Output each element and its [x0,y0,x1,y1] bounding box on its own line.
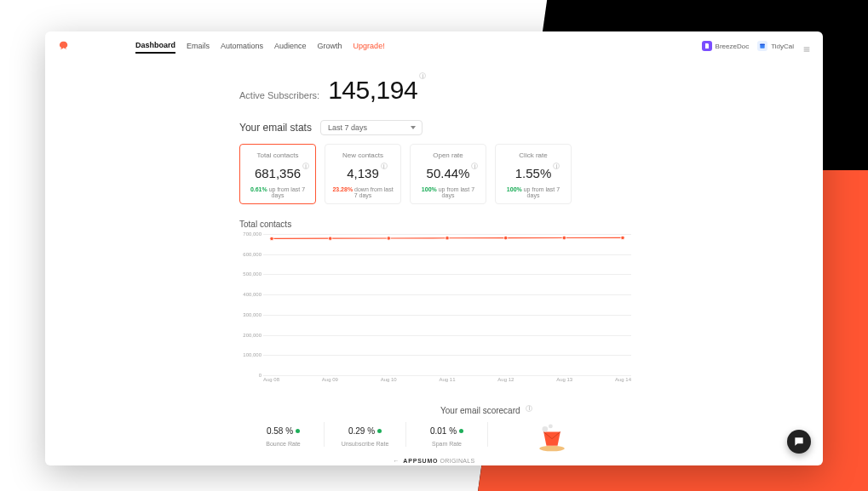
stat-value-text: 50.44% [427,166,470,180]
score-spam-rate: 0.01 % Spam Rate [406,422,488,447]
y-tick: 300,000 [243,312,262,317]
y-tick: 0 [259,373,262,378]
stat-label: Click rate [501,151,566,159]
tidycal-icon [757,41,767,51]
y-tick: 100,000 [243,352,262,357]
info-icon[interactable]: i [553,163,560,169]
svg-point-3 [328,237,331,240]
score-value-text: 0.58 % [267,426,293,436]
chart-line [263,234,631,375]
score-label: Bounce Rate [248,441,319,447]
scorecard-illustration-icon [531,422,573,453]
nav-dashboard[interactable]: Dashboard [135,38,175,54]
stat-delta-suffix: up from last 7 days [439,186,474,198]
topbar-right: BreezeDoc TidyCal [702,41,811,51]
scorecard-title-text: Your email scorecard [440,406,520,415]
active-subscribers-number: 145,194 [328,76,417,104]
main-nav: Dashboard Emails Automations Audience Gr… [135,38,385,54]
svg-point-8 [621,236,624,239]
status-dot-icon [459,429,463,433]
x-tick: Aug 11 [439,377,455,387]
y-tick: 500,000 [243,271,262,277]
nav-upgrade[interactable]: Upgrade! [354,39,385,53]
score-label: Unsubscribe Rate [330,441,400,447]
footer-arrow-icon: ← [394,458,400,464]
app-logo-icon [57,40,69,52]
x-tick: Aug 14 [615,377,631,387]
svg-point-10 [543,426,549,432]
svg-point-2 [270,237,273,240]
stat-delta: 100% up from last 7 days [416,186,480,198]
app-link-tidycal[interactable]: TidyCal [757,41,794,51]
info-icon[interactable]: i [302,163,309,169]
status-dot-icon [296,429,300,433]
svg-point-6 [503,236,507,239]
stat-label: New contacts [331,151,395,159]
stat-card-total-contacts[interactable]: Total contacts 681,356 i 0.61% up from l… [239,144,316,204]
chart-title: Total contacts [239,220,823,229]
info-icon[interactable]: i [471,163,478,169]
score-value-text: 0.29 % [348,426,375,436]
breezedoc-label: BreezeDoc [716,43,750,50]
nav-automations[interactable]: Automations [221,39,263,53]
scorecard-row: 0.58 % Bounce Rate 0.29 % Unsubscribe Ra… [243,422,823,453]
footer-brand: APPSUMO [403,458,438,464]
stat-delta-suffix: up from last 7 days [269,186,305,198]
y-tick: 400,000 [243,292,262,297]
date-range-select[interactable]: Last 7 days [320,120,423,135]
stat-card-new-contacts[interactable]: New contacts 4,139 i 23.28% down from la… [325,144,401,204]
menu-icon[interactable] [802,42,811,50]
stat-delta: 0.61% up from last 7 days [245,186,310,198]
stat-value-text: 1.55% [515,166,552,180]
stat-card-open-rate[interactable]: Open rate 50.44% i 100% up from last 7 d… [410,144,486,204]
y-tick: 600,000 [243,252,262,257]
chart-x-axis: Aug 08 Aug 09 Aug 10 Aug 11 Aug 12 Aug 1… [263,377,631,387]
info-icon[interactable]: i [419,72,426,79]
x-tick: Aug 09 [322,377,338,387]
info-icon[interactable]: i [526,405,532,412]
tidycal-label: TidyCal [771,43,794,50]
stat-value: 4,139 i [347,166,379,180]
nav-growth[interactable]: Growth [318,39,342,53]
chat-icon [793,436,805,448]
stat-value: 50.44% i [427,166,470,180]
svg-point-11 [549,424,553,428]
stat-delta-pct: 0.61% [250,186,267,192]
active-subscribers-row: Active Subscribers: 145,194 i [239,76,823,105]
x-tick: Aug 08 [263,377,279,387]
chart-y-axis: 700,000 600,000 500,000 400,000 300,000 … [239,234,263,375]
active-subscribers-value: 145,194 i [328,76,417,105]
svg-point-7 [562,236,566,239]
topbar: Dashboard Emails Automations Audience Gr… [45,31,823,59]
status-dot-icon [377,429,382,433]
x-tick: Aug 12 [497,377,514,387]
svg-rect-1 [761,44,765,45]
nav-emails[interactable]: Emails [187,39,210,53]
y-tick: 200,000 [243,333,262,338]
x-tick: Aug 10 [381,377,397,387]
svg-point-9 [539,446,564,452]
score-unsubscribe-rate: 0.29 % Unsubscribe Rate [325,422,406,447]
app-link-breezedoc[interactable]: BreezeDoc [702,41,750,51]
stat-card-click-rate[interactable]: Click rate 1.55% i 100% up from last 7 d… [495,144,572,204]
footer-suffix: ORIGINALS [440,458,475,464]
stat-label: Total contacts [245,151,310,159]
scorecard-title: Your email scorecard i [440,406,532,415]
total-contacts-chart: 700,000 600,000 500,000 400,000 300,000 … [239,234,631,387]
y-tick: 700,000 [243,231,262,237]
score-value: 0.29 % [348,426,382,436]
stat-value: 1.55% i [515,166,552,180]
score-value: 0.58 % [267,426,300,436]
footer-branding: ← APPSUMO ORIGINALS [45,458,823,464]
score-label: Spam Rate [411,441,482,447]
breezedoc-icon [702,41,712,51]
nav-audience[interactable]: Audience [274,39,307,53]
email-stats-title: Your email stats [239,122,312,134]
email-stats-header: Your email stats Last 7 days [239,120,823,135]
x-tick: Aug 13 [556,377,572,387]
chat-button[interactable] [787,430,811,454]
stat-delta-pct: 100% [507,186,522,192]
stat-delta-pct: 100% [422,186,437,192]
info-icon[interactable]: i [381,163,388,169]
stat-cards-row: Total contacts 681,356 i 0.61% up from l… [239,144,823,204]
